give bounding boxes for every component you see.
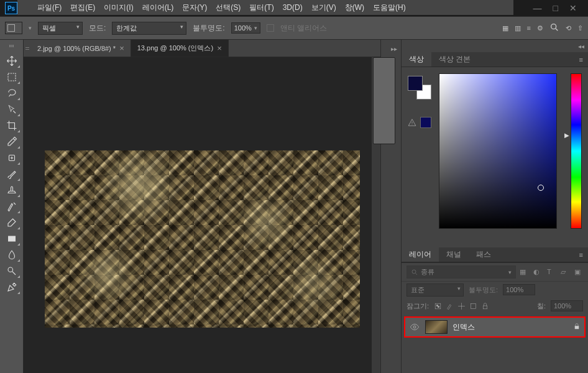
svg-point-12: [412, 270, 416, 274]
panel-grip[interactable]: [3, 45, 21, 48]
app-logo: Ps: [5, 2, 17, 14]
align-stack-icon[interactable]: ≡: [527, 24, 531, 32]
quick-select-tool[interactable]: [3, 102, 21, 117]
healing-brush-tool[interactable]: [3, 150, 21, 165]
blend-mode-dropdown[interactable]: 표준: [407, 283, 464, 297]
lasso-tool[interactable]: [3, 86, 21, 101]
history-icon[interactable]: ⟲: [566, 24, 571, 32]
lock-brush-icon[interactable]: [446, 302, 454, 310]
filter-smart-icon[interactable]: ▣: [574, 268, 583, 277]
layer-visibility-toggle[interactable]: [409, 321, 420, 333]
svg-line-1: [556, 29, 558, 30]
blur-tool[interactable]: [3, 247, 21, 262]
layer-name[interactable]: 인덱스: [452, 322, 568, 333]
menu-file[interactable]: 파일(F): [37, 2, 62, 13]
menu-type[interactable]: 문자(Y): [182, 2, 207, 13]
history-brush-tool[interactable]: [3, 199, 21, 214]
gradient-tool[interactable]: [3, 231, 21, 246]
layers-panel-tabs: 레이어 채널 패스 ≡: [402, 247, 588, 262]
options-bar: ▾ 픽셀 모드: 한계값 불투명도: 100%▾ 앤티 앨리어스 ▦ ▥ ≡ ⚙…: [0, 16, 588, 40]
share-icon[interactable]: ⇧: [577, 24, 583, 32]
tab-channels[interactable]: 채널: [439, 247, 469, 262]
tab-swatches[interactable]: 색상 견본: [431, 52, 478, 67]
color-field[interactable]: [439, 73, 557, 229]
pen-tool[interactable]: [3, 280, 21, 295]
tab-layers[interactable]: 레이어: [402, 247, 439, 262]
menu-filter[interactable]: 필터(T): [249, 2, 273, 13]
close-icon[interactable]: ×: [217, 44, 222, 53]
tab-color[interactable]: 색상: [402, 52, 431, 67]
mode-label: 모드:: [89, 23, 106, 34]
tab-grip[interactable]: [24, 40, 31, 57]
svg-rect-17: [471, 303, 476, 308]
menu-select[interactable]: 선택(S): [216, 2, 241, 13]
color-panel: ▶: [402, 67, 588, 247]
menu-layer[interactable]: 레이어(L): [142, 2, 174, 13]
layer-thumbnail[interactable]: [425, 320, 448, 334]
closest-web-color[interactable]: [420, 117, 431, 128]
eyedropper-tool[interactable]: [3, 134, 21, 149]
layer-filter-dropdown[interactable]: 종류 ▾: [407, 265, 516, 279]
align-center-icon[interactable]: ▥: [515, 24, 521, 32]
menu-image[interactable]: 이미지(I): [104, 2, 133, 13]
lock-artboard-icon[interactable]: [469, 302, 477, 310]
window-close-button[interactable]: ✕: [569, 3, 577, 13]
foreground-color[interactable]: [408, 76, 423, 91]
align-left-icon[interactable]: ▦: [502, 24, 508, 32]
crop-tool[interactable]: [3, 118, 21, 133]
brush-tool[interactable]: [3, 167, 21, 182]
layers-panel: 종류 ▾ ▦ ◐ T ▱ ▣ 표준 불투명도: 100% 잠그기:: [402, 262, 588, 373]
color-picker-cursor: [538, 185, 544, 191]
canvas-image[interactable]: [45, 150, 360, 328]
menu-3d[interactable]: 3D(D): [283, 3, 303, 12]
layer-row[interactable]: 인덱스: [404, 316, 586, 338]
window-maximize-button[interactable]: □: [553, 3, 558, 13]
clone-stamp-tool[interactable]: [3, 183, 21, 198]
antialias-checkbox[interactable]: [267, 24, 274, 32]
svg-rect-18: [483, 305, 487, 308]
lock-icon: [573, 323, 581, 331]
document-area: 2.jpg @ 100% (RGB/8#) * × 13.png @ 100% …: [24, 40, 380, 373]
filter-adjust-icon[interactable]: ◐: [533, 268, 542, 277]
dodge-tool[interactable]: [3, 264, 21, 279]
tool-preset[interactable]: [5, 22, 22, 34]
search-icon[interactable]: [549, 22, 559, 34]
svg-rect-15: [436, 305, 438, 306]
close-icon[interactable]: ×: [119, 44, 124, 53]
document-tabs: 2.jpg @ 100% (RGB/8#) * × 13.png @ 100% …: [24, 40, 380, 57]
marquee-tool[interactable]: [3, 70, 21, 85]
vertical-scrollbar[interactable]: [372, 57, 380, 373]
move-tool[interactable]: [3, 53, 21, 68]
fill-label: 칠:: [537, 302, 546, 311]
filter-type-icon[interactable]: T: [547, 268, 556, 277]
lock-pixels-icon[interactable]: [434, 302, 442, 310]
menu-window[interactable]: 창(W): [345, 2, 364, 13]
filter-pixel-icon[interactable]: ▦: [520, 268, 528, 277]
eraser-tool[interactable]: [3, 215, 21, 230]
mode-dropdown[interactable]: 한계값: [112, 22, 186, 35]
hue-slider-arrow: ▶: [564, 132, 569, 139]
lock-all-icon[interactable]: [481, 302, 489, 310]
window-minimize-button[interactable]: —: [533, 3, 542, 13]
menu-view[interactable]: 보기(V): [311, 2, 336, 13]
unit-dropdown[interactable]: 픽셀: [38, 22, 83, 35]
panel-menu-icon[interactable]: ≡: [574, 52, 588, 67]
menu-edit[interactable]: 편집(E): [70, 2, 95, 13]
panel-menu-icon[interactable]: ≡: [574, 247, 588, 262]
filter-shape-icon[interactable]: ▱: [561, 268, 569, 277]
menu-help[interactable]: 도움말(H): [373, 2, 406, 13]
warning-icon: [408, 118, 416, 127]
lock-position-icon[interactable]: [457, 302, 466, 310]
expand-panels-icon[interactable]: ▸▸: [391, 45, 397, 52]
collapse-panels-icon[interactable]: ◂◂: [578, 43, 584, 50]
document-tab-1[interactable]: 2.jpg @ 100% (RGB/8#) * ×: [31, 40, 131, 57]
menu-bar: 파일(F) 편집(E) 이미지(I) 레이어(L) 문자(Y) 선택(S) 필터…: [17, 0, 513, 15]
gear-icon[interactable]: ⚙: [537, 24, 543, 32]
tab-paths[interactable]: 패스: [469, 247, 498, 262]
opacity-label: 불투명도:: [469, 285, 498, 295]
layer-opacity-input[interactable]: 100%: [503, 284, 535, 295]
opacity-input[interactable]: 100%▾: [231, 22, 260, 34]
layer-fill-input[interactable]: 100%: [551, 300, 583, 311]
document-tab-2[interactable]: 13.png @ 100% (인덱스) ×: [131, 40, 229, 57]
hue-slider[interactable]: [571, 73, 582, 229]
